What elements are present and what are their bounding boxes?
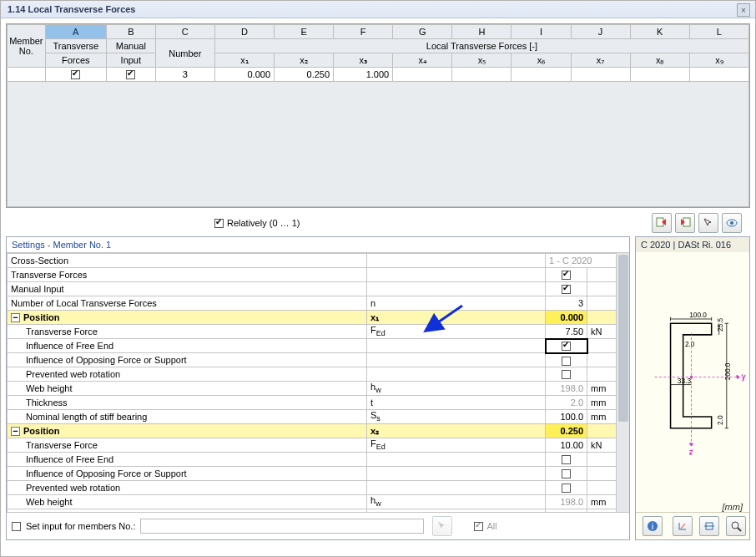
property-row[interactable]: Transverse ForceFEd10.00kN bbox=[8, 438, 629, 453]
property-row[interactable]: Influence of Opposing Force or Support bbox=[8, 467, 629, 481]
svg-text:2.0: 2.0 bbox=[685, 340, 695, 348]
section-preview: C 2020 | DASt Ri. 016 100.0 25.5 2.0 200… bbox=[635, 236, 750, 540]
svg-point-28 bbox=[732, 522, 738, 529]
property-table[interactable]: Cross-Section1 - C 2020Transverse Forces… bbox=[7, 253, 629, 512]
svg-point-23 bbox=[690, 376, 693, 378]
checkbox-icon bbox=[562, 342, 571, 351]
grid-corner: MemberNo. bbox=[8, 25, 46, 68]
property-row[interactable]: Number of Local Transverse Forcesn3 bbox=[8, 296, 629, 311]
checkbox-icon bbox=[562, 271, 571, 280]
property-row[interactable]: −Positionx₁0.000 bbox=[8, 311, 629, 325]
property-row[interactable]: Manual Input bbox=[8, 282, 629, 296]
property-row[interactable]: Transverse Forces bbox=[8, 268, 629, 282]
svg-text:100.0: 100.0 bbox=[689, 311, 707, 319]
svg-text:i: i bbox=[652, 521, 653, 531]
preview-title: C 2020 | DASt Ri. 016 bbox=[636, 237, 749, 252]
settings-panel: Settings - Member No. 1 Cross-Section1 -… bbox=[6, 236, 630, 540]
table-row[interactable]: 1 3 0.000 0.250 1.000 bbox=[8, 68, 749, 82]
checkbox-icon bbox=[562, 370, 571, 379]
unit-label: [mm] bbox=[636, 502, 749, 512]
grid-col-A[interactable]: A bbox=[45, 25, 106, 39]
members-input[interactable] bbox=[140, 519, 424, 534]
pick-button[interactable] bbox=[698, 213, 718, 233]
property-row[interactable]: Prevented web rotation bbox=[8, 367, 629, 382]
svg-text:y: y bbox=[742, 372, 746, 381]
checkbox-icon bbox=[126, 70, 135, 79]
relatively-checkbox[interactable]: Relatively (0 … 1) bbox=[214, 218, 300, 228]
property-row[interactable]: Prevented web rotation bbox=[8, 481, 629, 495]
all-checkbox[interactable]: All bbox=[474, 521, 496, 531]
property-row[interactable]: Web heighthw198.0mm bbox=[8, 495, 629, 509]
property-row[interactable]: Transverse ForceFEd7.50kN bbox=[8, 325, 629, 339]
property-row[interactable]: Web heighthw198.0mm bbox=[8, 382, 629, 396]
svg-text:25.5: 25.5 bbox=[716, 318, 724, 332]
property-row[interactable]: Nominal length of stiff bearingSs100.0mm bbox=[8, 410, 629, 424]
svg-text:z: z bbox=[689, 448, 693, 456]
checkbox-icon bbox=[562, 469, 571, 479]
zoom-button[interactable] bbox=[726, 516, 746, 536]
checkbox-icon bbox=[562, 484, 571, 493]
dims-button[interactable] bbox=[699, 516, 719, 536]
export-button[interactable] bbox=[675, 213, 695, 233]
checkbox-icon bbox=[562, 285, 571, 294]
checkbox-icon bbox=[214, 219, 224, 228]
svg-text:33.3: 33.3 bbox=[678, 377, 692, 385]
view-button[interactable] bbox=[722, 213, 742, 233]
svg-text:2.0: 2.0 bbox=[716, 415, 724, 425]
apply-button bbox=[432, 516, 452, 536]
settings-title: Settings - Member No. 1 bbox=[7, 237, 629, 252]
set-input-checkbox[interactable] bbox=[12, 522, 21, 531]
forces-grid[interactable]: MemberNo. A B C D E F G H I J K L Transv… bbox=[6, 23, 750, 208]
property-row[interactable]: Influence of Opposing Force or Support bbox=[8, 353, 629, 367]
checkbox-icon bbox=[474, 522, 483, 531]
svg-line-29 bbox=[738, 528, 741, 531]
info-button[interactable]: i bbox=[643, 516, 663, 536]
checkbox-icon bbox=[71, 70, 80, 79]
checkbox-icon bbox=[562, 455, 571, 464]
axes-button[interactable] bbox=[673, 516, 693, 536]
scrollbar[interactable] bbox=[616, 253, 629, 512]
property-row[interactable]: Thicknesst2.0mm bbox=[8, 509, 629, 513]
property-row[interactable]: Influence of Free End bbox=[8, 339, 629, 353]
property-row[interactable]: Influence of Free End bbox=[8, 453, 629, 467]
svg-point-3 bbox=[730, 221, 733, 225]
set-input-label: Set input for members No.: bbox=[26, 521, 135, 531]
property-row[interactable]: −Positionx₂0.250 bbox=[8, 424, 629, 438]
window-titlebar: 1.14 Local Transverse Forces bbox=[1, 1, 755, 18]
property-row[interactable]: Cross-Section1 - C 2020 bbox=[8, 254, 629, 268]
close-icon[interactable]: × bbox=[737, 3, 750, 17]
import-button[interactable] bbox=[652, 213, 672, 233]
svg-text:200.0: 200.0 bbox=[723, 362, 732, 380]
checkbox-icon bbox=[562, 357, 571, 366]
property-row[interactable]: Thicknesst2.0mm bbox=[8, 396, 629, 410]
window-title: 1.14 Local Transverse Forces bbox=[8, 4, 135, 14]
